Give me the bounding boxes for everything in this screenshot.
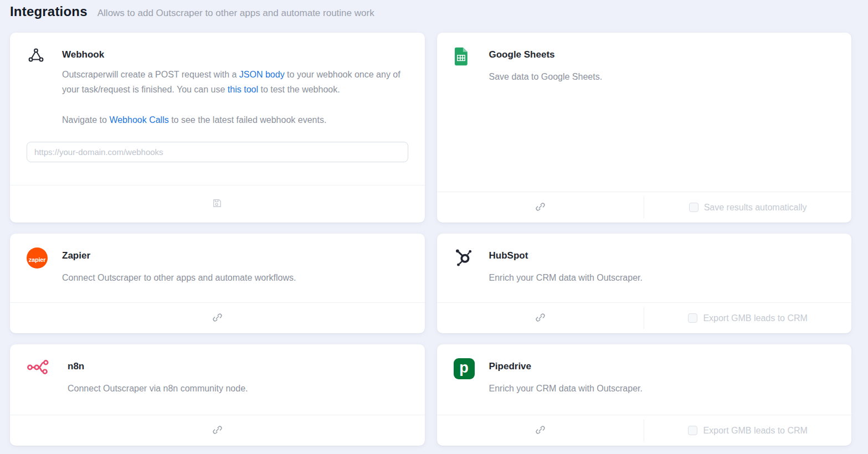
card-google-sheets: Google Sheets Save data to Google Sheets…: [437, 33, 852, 223]
checkbox-icon[interactable]: [689, 203, 698, 212]
checkbox-icon[interactable]: [688, 426, 697, 435]
hubspot-description: Enrich your CRM data with Outscraper.: [489, 271, 835, 285]
n8n-card-body: n8n Connect Outscraper via n8n community…: [10, 344, 425, 415]
hubspot-export-gmb-checkbox[interactable]: Export GMB leads to CRM: [688, 313, 808, 323]
google-sheets-card-actions: Save results automatically: [437, 192, 852, 223]
link-icon: [212, 312, 223, 325]
link-icon: [535, 424, 546, 437]
save-webhook-button[interactable]: [206, 194, 228, 214]
n8n-card-actions: [10, 415, 425, 446]
save-icon: [212, 198, 223, 210]
pipedrive-description: Enrich your CRM data with Outscraper.: [489, 382, 835, 396]
hubspot-connect-button[interactable]: [529, 308, 552, 328]
integrations-page: Integrations Allows to add Outscraper to…: [0, 0, 868, 454]
zapier-title: Zapier: [62, 247, 408, 261]
webhook-calls-link[interactable]: Webhook Calls: [109, 115, 168, 125]
checkbox-icon[interactable]: [688, 313, 697, 323]
webhook-card-body: Webhook Outscraperwill create a POST req…: [10, 33, 425, 185]
n8n-icon: [27, 358, 55, 396]
save-results-automatically-checkbox[interactable]: Save results automatically: [689, 203, 807, 213]
google-sheets-title: Google Sheets: [489, 46, 835, 60]
google-sheets-connect-button[interactable]: [529, 198, 552, 218]
webhook-title: Webhook: [62, 46, 408, 60]
pipedrive-export-gmb-checkbox[interactable]: Export GMB leads to CRM: [688, 426, 808, 436]
page-header: Integrations Allows to add Outscraper to…: [10, 0, 851, 33]
card-hubspot: HubSpot Enrich your CRM data with Outscr…: [437, 234, 852, 333]
n8n-connect-button[interactable]: [206, 421, 229, 441]
webhook-description-1: Outscraperwill create a POST request wit…: [62, 67, 408, 97]
this-tool-link[interactable]: this tool: [228, 85, 258, 94]
card-webhook: Webhook Outscraperwill create a POST req…: [10, 33, 425, 223]
zapier-description: Connect Outscraper to other apps and aut…: [62, 271, 408, 285]
google-sheets-card-body: Google Sheets Save data to Google Sheets…: [437, 33, 852, 192]
hubspot-card-actions: Export GMB leads to CRM: [437, 302, 852, 333]
pipedrive-logo-text: p: [459, 360, 469, 375]
pipedrive-connect-button[interactable]: [529, 421, 552, 441]
webhook-text: Navigate to: [62, 115, 109, 125]
webhook-text: Outscraperwill create a POST request wit…: [62, 70, 239, 79]
webhook-icon: [27, 46, 50, 127]
checkbox-label: Export GMB leads to CRM: [703, 426, 808, 436]
google-sheets-description: Save data to Google Sheets.: [489, 70, 835, 84]
integrations-grid: Webhook Outscraperwill create a POST req…: [10, 33, 851, 446]
card-pipedrive: p Pipedrive Enrich your CRM data with Ou…: [437, 344, 852, 446]
checkbox-label: Save results automatically: [704, 203, 807, 213]
pipedrive-title: Pipedrive: [489, 358, 835, 372]
link-icon: [212, 424, 223, 437]
n8n-description: Connect Outscraper via n8n community nod…: [68, 382, 408, 396]
json-body-link[interactable]: JSON body: [239, 70, 285, 79]
pipedrive-icon: p: [454, 358, 477, 396]
checkbox-label: Export GMB leads to CRM: [703, 313, 808, 323]
hubspot-title: HubSpot: [489, 247, 835, 261]
zapier-card-actions: [10, 302, 425, 333]
hubspot-card-body: HubSpot Enrich your CRM data with Outscr…: [437, 234, 852, 302]
webhook-description-2: Navigate to Webhook Calls to see the lat…: [62, 112, 408, 127]
webhook-card-actions: [10, 185, 425, 223]
page-subtitle: Allows to add Outscraper to other apps a…: [97, 8, 374, 19]
n8n-title: n8n: [68, 358, 408, 372]
zapier-connect-button[interactable]: [206, 308, 229, 328]
webhook-url-input[interactable]: [27, 142, 408, 162]
card-n8n: n8n Connect Outscraper via n8n community…: [10, 344, 425, 446]
link-icon: [535, 312, 546, 325]
google-sheets-icon: [454, 46, 477, 84]
page-title: Integrations: [10, 4, 88, 19]
hubspot-icon: [454, 247, 477, 285]
link-icon: [535, 201, 546, 214]
pipedrive-card-body: p Pipedrive Enrich your CRM data with Ou…: [437, 344, 852, 415]
webhook-text: to test the webhook.: [258, 85, 340, 94]
zapier-card-body: zapier Zapier Connect Outscraper to othe…: [10, 234, 425, 302]
webhook-text: to see the latest failed webhook events.: [169, 115, 327, 125]
pipedrive-card-actions: Export GMB leads to CRM: [437, 415, 852, 446]
card-zapier: zapier Zapier Connect Outscraper to othe…: [10, 234, 425, 333]
zapier-icon: zapier: [27, 247, 50, 285]
zapier-logo-text: zapier: [29, 256, 46, 263]
